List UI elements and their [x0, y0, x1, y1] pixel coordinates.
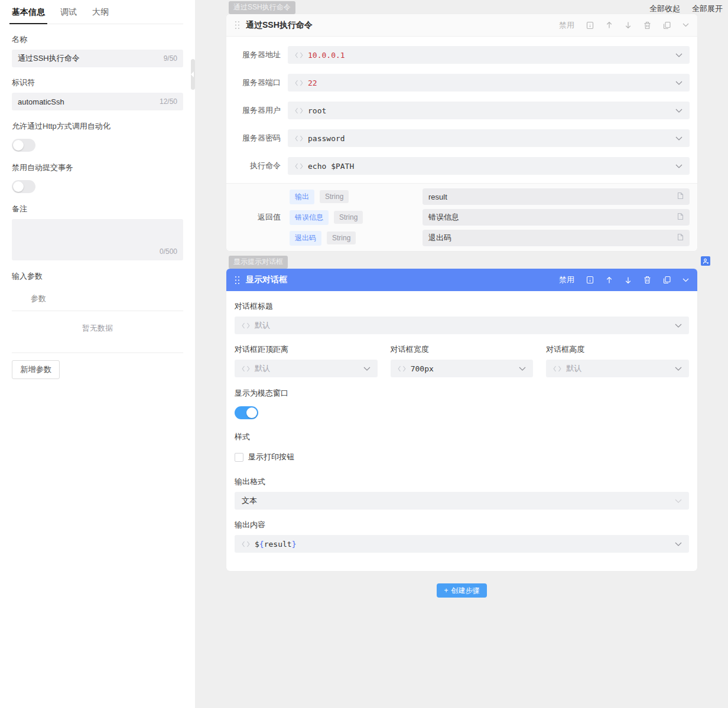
input-params-label: 输入参数 [12, 271, 183, 282]
return-value: 错误信息 [428, 212, 677, 223]
sidebar-collapse-handle[interactable] [191, 59, 195, 90]
modal-toggle[interactable] [235, 406, 258, 419]
return-value-input[interactable]: 退出码 [422, 230, 690, 246]
server-user-field[interactable]: root [288, 102, 690, 119]
sidebar: 基本信息 调试 大纲 名称 通过SSH执行命令 9/50 标识符 automat… [0, 0, 195, 708]
params-empty-text: 暂无数据 [12, 311, 183, 346]
sidebar-tabs: 基本信息 调试 大纲 [12, 0, 183, 24]
command-field[interactable]: echo $PATH [288, 157, 690, 175]
returns-label: 返回值 [233, 212, 281, 223]
chevron-down-icon[interactable] [675, 136, 682, 141]
print-checkbox-label: 显示打印按钮 [248, 452, 294, 462]
server-port-field[interactable]: 22 [288, 74, 690, 92]
return-row: 退出码 String 退出码 [290, 230, 690, 246]
top-offset-select[interactable]: 默认 [235, 360, 378, 377]
add-param-button[interactable]: 新增参数 [12, 360, 60, 379]
step-flow: 通过SSH执行命令 通过SSH执行命令 禁用 [226, 0, 697, 598]
move-down-icon[interactable] [625, 276, 632, 284]
delete-icon[interactable] [644, 21, 651, 30]
step2-header[interactable]: 显示对话框 禁用 [226, 269, 697, 291]
return-type-badge: String [320, 190, 349, 203]
params-divider-bottom [12, 353, 183, 353]
dialog-width-value: 700px [411, 364, 434, 373]
chevron-down-icon[interactable] [675, 367, 682, 371]
toggle-knob [246, 407, 257, 418]
return-value-input[interactable]: 错误信息 [422, 209, 690, 226]
print-button-checkbox-row[interactable]: 显示打印按钮 [235, 452, 689, 462]
tab-debug[interactable]: 调试 [60, 7, 77, 24]
chevron-down-icon[interactable] [675, 164, 682, 168]
copy-icon[interactable] [663, 276, 671, 284]
code-icon [295, 135, 303, 142]
step1-tag: 通过SSH执行命令 [229, 1, 295, 14]
output-content-field[interactable]: ${result} [235, 535, 689, 553]
identifier-input[interactable]: automaticSsh 12/50 [12, 93, 183, 110]
code-icon [242, 541, 250, 547]
chevron-down-icon[interactable] [675, 109, 682, 113]
step1-body: 服务器地址 10.0.0.1 服务器端口 22 [226, 37, 697, 183]
chevron-down-icon[interactable] [675, 81, 682, 85]
dialog-height-select[interactable]: 默认 [546, 360, 689, 377]
chevron-down-icon[interactable] [675, 324, 682, 328]
delete-icon[interactable] [644, 276, 651, 284]
chevron-down-icon[interactable] [675, 499, 682, 503]
dialog-title-field[interactable]: 默认 [235, 317, 689, 334]
step1-header[interactable]: 通过SSH执行命令 禁用 [226, 14, 697, 37]
main-canvas: 全部收起 全部展开 通过SSH执行命令 通过SSH执行命令 禁用 [195, 0, 728, 708]
chevron-down-icon[interactable] [675, 53, 682, 57]
drag-handle-icon[interactable] [235, 276, 240, 285]
output-format-label: 输出格式 [235, 477, 689, 487]
step2-actions: 禁用 [559, 275, 689, 285]
field-value: 22 [308, 79, 317, 87]
dialog-width-select[interactable]: 700px [391, 360, 534, 377]
return-type-badge: String [334, 211, 363, 224]
code-icon [553, 366, 561, 372]
create-step-button[interactable]: +创建步骤 [437, 583, 486, 598]
code-icon [295, 163, 303, 169]
collapse-step-icon[interactable] [682, 23, 689, 27]
return-name-badge[interactable]: 错误信息 [290, 210, 329, 225]
tab-basic-info[interactable]: 基本信息 [12, 7, 45, 24]
move-down-icon[interactable] [625, 21, 632, 29]
dialog-width-label: 对话框宽度 [391, 344, 534, 355]
copy-icon[interactable] [663, 21, 671, 30]
doc-icon[interactable] [677, 233, 684, 243]
identifier-label: 标识符 [12, 77, 183, 88]
step2-tag: 显示提示对话框 [229, 256, 288, 269]
collapse-step-icon[interactable] [682, 278, 689, 282]
server-address-field[interactable]: 10.0.0.1 [288, 46, 690, 64]
return-value-input[interactable]: result [422, 188, 690, 205]
step1-title: 通过SSH执行命令 [246, 20, 559, 31]
identifier-counter: 12/50 [160, 97, 177, 106]
drag-handle-icon[interactable] [235, 21, 240, 30]
move-up-icon[interactable] [606, 276, 613, 284]
checkbox-icon[interactable] [235, 453, 243, 462]
name-label: 名称 [12, 34, 183, 45]
chevron-down-icon[interactable] [363, 367, 370, 371]
output-format-select[interactable]: 文本 [235, 492, 689, 510]
disable-button[interactable]: 禁用 [559, 20, 574, 31]
http-toggle[interactable] [12, 139, 35, 152]
return-name-badge[interactable]: 输出 [290, 190, 314, 204]
move-up-icon[interactable] [606, 21, 613, 29]
return-name-badge[interactable]: 退出码 [290, 231, 321, 246]
params-column-header: 参数 [12, 293, 183, 304]
doc-icon[interactable] [677, 192, 684, 201]
field-value: 10.0.0.1 [308, 51, 345, 60]
autocommit-toggle[interactable] [12, 180, 35, 193]
disable-button[interactable]: 禁用 [559, 275, 574, 285]
field-label: 服务器用户 [233, 105, 281, 116]
chevron-down-icon[interactable] [519, 367, 526, 371]
name-input[interactable]: 通过SSH执行命令 9/50 [12, 50, 183, 67]
tab-outline[interactable]: 大纲 [92, 7, 109, 24]
doc-icon[interactable] [677, 213, 684, 222]
code-icon [398, 366, 406, 372]
remark-textarea[interactable]: 0/500 [12, 219, 183, 260]
top-offset-label: 对话框距顶距离 [235, 344, 378, 355]
server-password-field[interactable]: password [288, 129, 690, 147]
note-icon[interactable] [586, 21, 594, 30]
chevron-down-icon[interactable] [675, 542, 682, 546]
code-icon [295, 80, 303, 86]
note-icon[interactable] [586, 276, 594, 284]
code-icon [295, 52, 303, 58]
